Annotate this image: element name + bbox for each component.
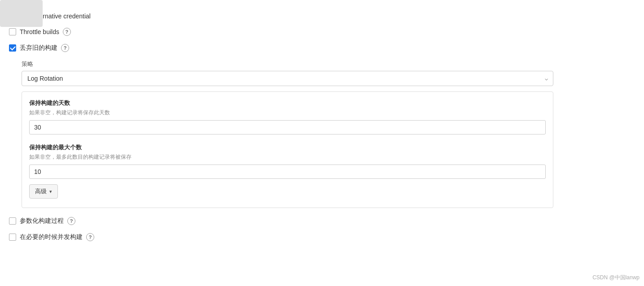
days-field-input[interactable] xyxy=(29,120,546,134)
max-field-title: 保持构建的最大个数 xyxy=(29,143,546,152)
sidebar-placeholder xyxy=(0,0,43,27)
build-when-necessary-help-icon[interactable]: ? xyxy=(86,233,94,241)
chevron-down-icon: ▾ xyxy=(49,189,52,195)
days-field-title: 保持构建的天数 xyxy=(29,99,546,107)
throttle-builds-row: Throttle builds ? xyxy=(9,28,631,36)
strategy-inner-box: 保持构建的天数 如果非空，构建记录将保存此天数 保持构建的最大个数 如果非空，最… xyxy=(22,91,553,208)
advanced-button[interactable]: 高级 ▾ xyxy=(29,184,58,199)
max-field-desc: 如果非空，最多此数目的构建记录将被保存 xyxy=(29,153,546,161)
throttle-builds-label: Throttle builds xyxy=(20,28,59,35)
discard-old-builds-help-icon[interactable]: ? xyxy=(61,44,69,52)
discard-old-builds-checkbox[interactable] xyxy=(9,44,16,52)
max-field-group: 保持构建的最大个数 如果非空，最多此数目的构建记录将被保存 xyxy=(29,143,546,179)
throttle-builds-help-icon[interactable]: ? xyxy=(63,28,71,36)
days-field-desc: 如果非空，构建记录将保存此天数 xyxy=(29,109,546,117)
bottom-options: 参数化构建过程 ? 在必要的时候并发构建 ? xyxy=(9,217,631,241)
watermark: CSDN @中国lanwp xyxy=(592,274,640,282)
discard-old-builds-row: 丢弃旧的构建 ? xyxy=(9,44,631,52)
use-alternative-credential-row: Use alternative credential xyxy=(9,13,631,20)
strategy-select-wrapper: Log Rotation ⌵ xyxy=(22,71,553,86)
parameterize-build-row: 参数化构建过程 ? xyxy=(9,217,631,225)
parameterize-build-help-icon[interactable]: ? xyxy=(67,217,75,225)
max-field-input[interactable] xyxy=(29,165,546,179)
discard-old-builds-label: 丢弃旧的构建 xyxy=(20,44,57,52)
strategy-section: 策略 Log Rotation ⌵ 保持构建的天数 如果非空，构建记录将保存此天… xyxy=(22,60,631,208)
strategy-label: 策略 xyxy=(22,60,631,68)
strategy-select[interactable]: Log Rotation xyxy=(22,71,553,86)
build-when-necessary-checkbox[interactable] xyxy=(9,234,16,241)
build-when-necessary-label: 在必要的时候并发构建 xyxy=(20,233,83,241)
parameterize-build-checkbox[interactable] xyxy=(9,217,16,225)
throttle-builds-checkbox[interactable] xyxy=(9,28,16,35)
build-when-necessary-row: 在必要的时候并发构建 ? xyxy=(9,233,631,241)
discard-old-builds-section: 丢弃旧的构建 ? 策略 Log Rotation ⌵ 保持构建的天数 如果非空，… xyxy=(9,44,631,208)
parameterize-build-label: 参数化构建过程 xyxy=(20,217,64,225)
days-field-group: 保持构建的天数 如果非空，构建记录将保存此天数 xyxy=(29,99,546,134)
advanced-button-label: 高级 xyxy=(35,187,47,195)
